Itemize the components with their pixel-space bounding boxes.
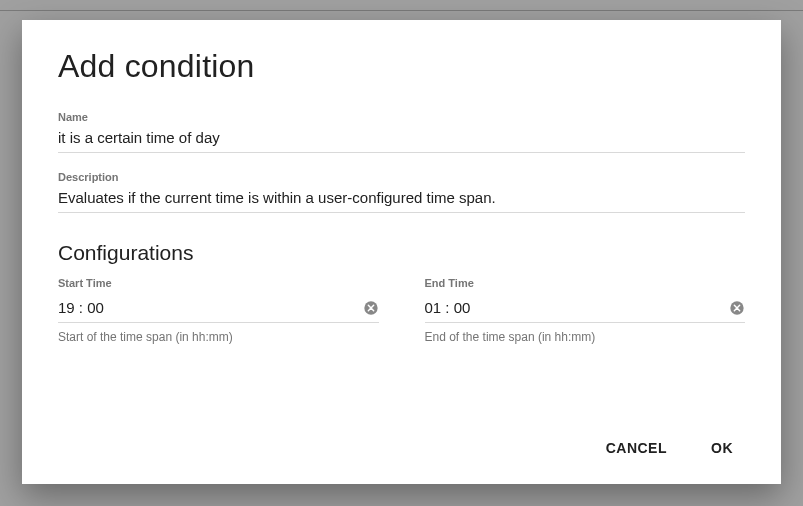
end-time-helper: End of the time span (in hh:mm) — [425, 330, 746, 344]
start-time-input-wrap — [58, 295, 379, 323]
description-value[interactable]: Evaluates if the current time is within … — [58, 189, 745, 213]
name-field-group: Name it is a certain time of day — [58, 111, 745, 153]
add-condition-dialog: Add condition Name it is a certain time … — [22, 20, 781, 484]
cancel-button[interactable]: CANCEL — [600, 432, 673, 464]
end-time-column: End Time End of the time span (in hh:mm) — [425, 277, 746, 344]
start-time-input[interactable] — [58, 299, 363, 316]
clear-icon[interactable] — [729, 300, 745, 316]
ok-button[interactable]: OK — [705, 432, 739, 464]
configurations-heading: Configurations — [58, 241, 745, 265]
dialog-title: Add condition — [58, 48, 745, 85]
name-value[interactable]: it is a certain time of day — [58, 129, 745, 153]
dialog-actions: CANCEL OK — [58, 412, 745, 464]
start-time-label: Start Time — [58, 277, 379, 289]
background-divider — [0, 10, 803, 11]
name-label: Name — [58, 111, 745, 123]
description-field-group: Description Evaluates if the current tim… — [58, 171, 745, 213]
description-label: Description — [58, 171, 745, 183]
clear-icon[interactable] — [363, 300, 379, 316]
end-time-input[interactable] — [425, 299, 730, 316]
end-time-input-wrap — [425, 295, 746, 323]
start-time-column: Start Time Start of the time span (in hh… — [58, 277, 379, 344]
start-time-helper: Start of the time span (in hh:mm) — [58, 330, 379, 344]
end-time-label: End Time — [425, 277, 746, 289]
config-row: Start Time Start of the time span (in hh… — [58, 277, 745, 344]
